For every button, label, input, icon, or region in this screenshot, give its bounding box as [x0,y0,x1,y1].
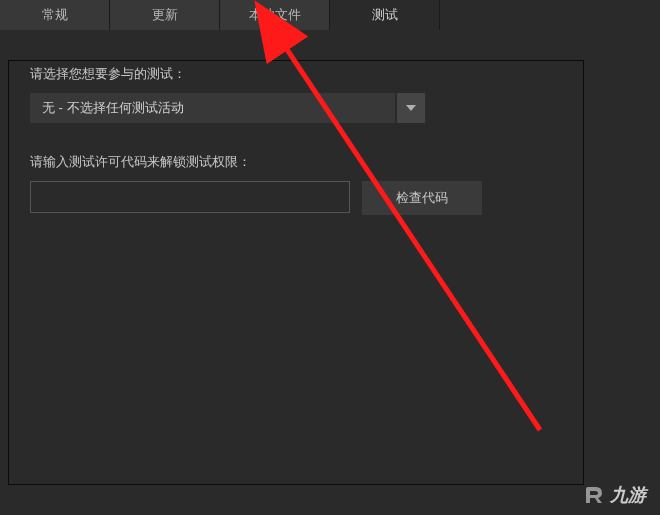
content-panel: 请选择您想要参与的测试： 无 - 不选择任何测试活动 请输入测试许可代码来解锁测… [0,30,660,250]
watermark-icon [582,483,606,507]
beta-code-input[interactable] [30,181,350,213]
tab-local-files[interactable]: 本地文件 [220,0,330,30]
beta-code-label: 请输入测试许可代码来解锁测试权限： [30,153,630,171]
tab-general[interactable]: 常规 [0,0,110,30]
watermark-text: 九游 [610,483,646,507]
beta-select-value: 无 - 不选择任何测试活动 [30,93,395,123]
beta-select-dropdown[interactable]: 无 - 不选择任何测试活动 [30,93,425,123]
beta-select-label: 请选择您想要参与的测试： [30,65,630,83]
tab-bar: 常规 更新 本地文件 测试 [0,0,660,30]
beta-select-toggle[interactable] [397,93,425,123]
beta-code-row: 检查代码 [30,181,630,215]
watermark: 九游 [582,483,646,507]
tab-betas[interactable]: 测试 [330,0,440,30]
check-code-button[interactable]: 检查代码 [362,181,482,215]
chevron-down-icon [406,105,416,111]
tab-updates[interactable]: 更新 [110,0,220,30]
